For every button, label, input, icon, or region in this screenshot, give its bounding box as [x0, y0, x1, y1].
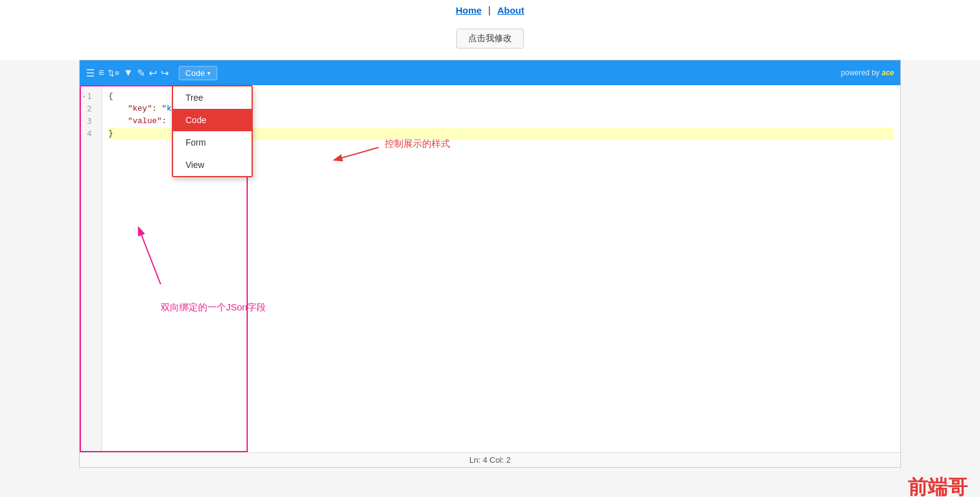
list-icon[interactable]: ≡: [98, 67, 104, 78]
dropdown-arrow-icon: ▾: [207, 70, 210, 77]
cursor-position: Ln: 4 Col: 2: [469, 455, 511, 465]
line-number-3: 3: [80, 115, 101, 128]
dropdown-item-code[interactable]: Code: [173, 109, 252, 131]
dropdown-item-form[interactable]: Form: [173, 131, 252, 154]
ace-brand: ace: [882, 68, 894, 77]
editor-toolbar: ☰ ≡ ⇅≡ ▼ ✎ ↩ ↪ Code ▾ powered by ace: [80, 60, 900, 85]
fold-arrow-1[interactable]: ▾: [82, 90, 85, 103]
code-mode-label: Code: [186, 68, 205, 78]
powered-by-label: powered by ace: [841, 68, 894, 77]
mode-dropdown-menu: Tree Code Form View: [172, 85, 253, 177]
top-navigation: Home | About: [0, 0, 980, 24]
toolbar-icons-group: ☰ ≡ ⇅≡ ▼ ✎ ↩ ↪ Code ▾: [86, 66, 217, 80]
close-brace: }: [108, 129, 113, 138]
undo-icon[interactable]: ↩: [149, 67, 157, 79]
sort-icon[interactable]: ⇅≡: [108, 68, 120, 78]
dropdown-item-tree[interactable]: Tree: [173, 86, 252, 109]
about-link[interactable]: About: [497, 5, 524, 16]
redo-icon[interactable]: ↪: [161, 67, 169, 79]
filter-icon[interactable]: ▼: [123, 67, 133, 78]
watermark-area: 前端哥 CSDN @满脑子技术的前端工程师: [0, 468, 980, 497]
line-number-1: ▾ 1: [80, 90, 101, 103]
line-numbers-gutter: ▾ 1 2 3 4: [80, 85, 102, 452]
dropdown-item-view[interactable]: View: [173, 154, 252, 176]
json-key-2: "value": [128, 116, 162, 126]
code-mode-dropdown-button[interactable]: Code ▾: [179, 66, 217, 80]
open-brace: {: [108, 91, 113, 101]
modify-button[interactable]: 点击我修改: [456, 29, 524, 49]
fold-space-4: [82, 128, 85, 140]
home-link[interactable]: Home: [456, 5, 482, 16]
line-number-4: 4: [80, 128, 101, 140]
watermark-brand: 前端哥: [12, 474, 968, 497]
line-number-2: 2: [80, 103, 101, 115]
fold-space-3: [82, 115, 85, 128]
editor-status-bar: Ln: 4 Col: 2: [80, 452, 900, 467]
fold-space-2: [82, 103, 85, 115]
menu-icon[interactable]: ☰: [86, 67, 95, 79]
nav-separator: |: [488, 5, 491, 16]
json-editor-container: ☰ ≡ ⇅≡ ▼ ✎ ↩ ↪ Code ▾ powered by ace Tre…: [79, 60, 901, 468]
settings-icon[interactable]: ✎: [137, 67, 145, 79]
json-key-1: "key": [128, 104, 152, 113]
